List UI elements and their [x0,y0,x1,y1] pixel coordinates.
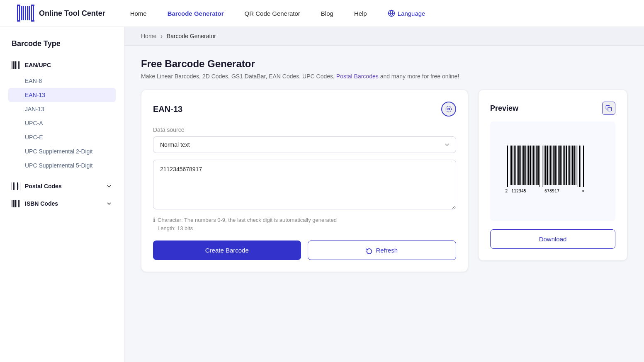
sidebar-item-upc-supp5[interactable]: UPC Supplemental 5-Digit [8,158,116,172]
svg-rect-39 [510,146,512,185]
svg-rect-52 [532,146,532,185]
download-button[interactable]: Download [490,229,615,249]
svg-text:112345: 112345 [511,189,526,193]
generator-header: EAN-13 [153,102,456,117]
main-nav: Home Barcode Generator QR Code Generator… [130,10,627,17]
preview-header: Preview [490,102,615,115]
hint-line2: Length: 13 bits [158,225,193,231]
sidebar-item-upca[interactable]: UPC-A [8,116,116,130]
svg-rect-56 [537,146,539,185]
svg-rect-77 [571,146,571,185]
svg-rect-9 [17,5,20,6]
sidebar-title: Barcode Type [8,39,116,48]
svg-rect-17 [15,61,16,69]
sidebar-category-isbn[interactable]: ISBN Codes [8,197,116,211]
sidebar-item-ean8[interactable]: EAN-8 [8,74,116,88]
subtitle-link[interactable]: Postal Barcodes [336,73,379,80]
subtitle-text: Make Linear Barcodes, 2D Codes, GS1 Data… [141,73,335,80]
settings-icon [445,105,452,113]
datasource-label: Data source [153,126,456,133]
svg-rect-67 [554,146,556,185]
svg-rect-7 [31,6,32,20]
svg-rect-15 [12,61,12,69]
svg-rect-0 [17,6,18,20]
svg-rect-60 [544,146,544,185]
datasource-select[interactable]: Normal text CSV Base64 Hex [153,136,456,153]
svg-rect-51 [530,146,531,185]
barcode-svg: 2 112345 678917 > [503,143,603,197]
language-label: Language [398,10,425,17]
svg-point-35 [446,106,452,112]
svg-rect-81 [578,146,578,187]
create-barcode-button[interactable]: Create Barcode [153,241,301,260]
svg-rect-66 [553,146,554,185]
isbn-label: ISBN Codes [25,200,58,207]
nav-help[interactable]: Help [354,10,367,17]
svg-rect-84 [583,146,584,187]
svg-rect-4 [25,6,26,20]
nav-blog[interactable]: Blog [321,10,333,17]
svg-rect-83 [581,146,581,187]
svg-rect-8 [33,6,34,20]
svg-rect-2 [21,6,22,20]
generator-grid: EAN-13 Data source Normal text CSV [141,90,627,272]
svg-rect-11 [31,5,34,6]
svg-rect-74 [566,146,567,185]
hint-icon: ℹ [153,216,155,232]
settings-button[interactable] [441,102,456,117]
sidebar-category-postal[interactable]: Postal Codes [8,179,116,193]
svg-rect-62 [547,146,548,185]
svg-rect-61 [545,146,546,185]
sidebar-category-ean-upc: EAN/UPC [8,58,116,72]
svg-rect-12 [31,20,34,22]
sidebar-item-upc-supp2[interactable]: UPC Supplemental 2-Digit [8,144,116,158]
svg-rect-54 [535,146,535,185]
hint-line1: Character: The numbers 0-9, the last che… [158,217,337,223]
svg-rect-6 [29,6,30,20]
postal-codes-icon [12,182,21,190]
sidebar-item-ean13[interactable]: EAN-13 [8,88,116,102]
postal-left: Postal Codes [12,182,62,190]
svg-rect-65 [552,146,552,185]
svg-rect-75 [568,146,569,185]
svg-rect-38 [509,146,509,187]
sidebar-item-upce[interactable]: UPC-E [8,130,116,144]
svg-rect-28 [12,200,12,207]
subtitle-end: and many more for free online! [380,73,459,80]
page-layout: Barcode Type EAN/UPC EAN-8 EAN-13 JAN-13… [0,27,644,362]
breadcrumb: Home › Barcode Generator [124,27,644,46]
logo[interactable]: Online Tool Center [17,4,105,22]
svg-rect-33 [19,200,20,207]
svg-rect-82 [579,146,580,187]
svg-rect-47 [523,146,525,185]
logo-icon [17,4,35,22]
svg-rect-30 [15,200,16,207]
svg-rect-71 [561,146,562,185]
button-row: Create Barcode Refresh [153,241,456,260]
sidebar-item-jan13[interactable]: JAN-13 [8,102,116,116]
datasource-select-wrapper: Normal text CSV Base64 Hex [153,136,456,153]
refresh-button[interactable]: Refresh [308,241,457,260]
nav-qr-code[interactable]: QR Code Generator [245,10,300,17]
breadcrumb-home[interactable]: Home [141,33,156,39]
logo-text: Online Tool Center [39,9,105,18]
svg-rect-50 [528,146,529,185]
svg-rect-41 [514,146,515,185]
svg-rect-25 [17,182,18,190]
svg-rect-37 [507,146,508,187]
language-selector[interactable]: Language [388,10,425,17]
svg-rect-3 [23,6,24,20]
svg-rect-68 [557,146,557,185]
copy-icon [605,105,612,112]
svg-rect-27 [20,182,20,190]
nav-home[interactable]: Home [130,10,147,17]
refresh-icon [366,247,372,254]
char-hint: ℹ Character: The numbers 0-9, the last c… [153,216,456,232]
ean-upc-items: EAN-8 EAN-13 JAN-13 UPC-A UPC-E UPC Supp… [8,74,116,172]
copy-button[interactable] [602,102,615,115]
barcode-input[interactable]: 2112345678917 [153,160,456,209]
globe-icon [388,10,395,17]
svg-rect-16 [13,61,14,69]
svg-rect-59 [542,146,542,187]
nav-barcode-generator[interactable]: Barcode Generator [168,10,224,17]
